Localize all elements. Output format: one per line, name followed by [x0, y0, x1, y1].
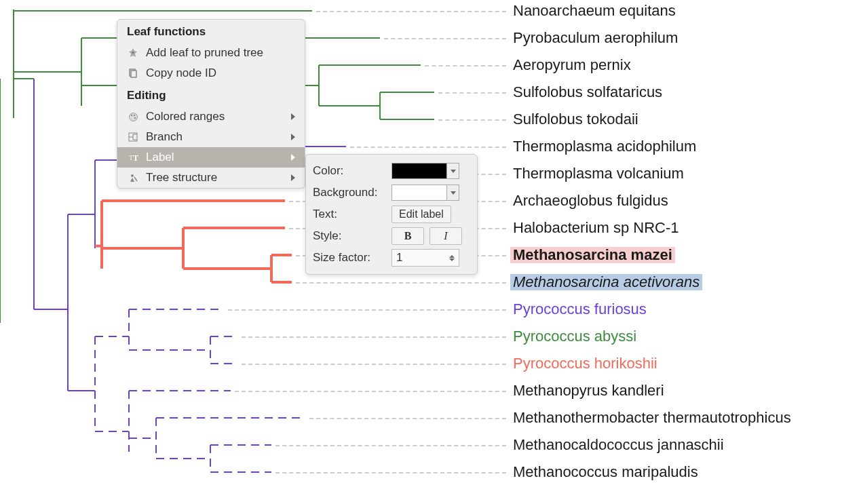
svg-point-57	[130, 114, 132, 115]
palette-icon	[127, 111, 139, 123]
leaf-label: Pyrococcus furiosus	[510, 301, 649, 317]
size-factor-label: Size factor:	[313, 251, 386, 265]
leaf-label: Methanothermobacter thermautotrophicus	[510, 410, 794, 426]
ctx-tree-structure-label: Tree structure	[146, 171, 284, 185]
color-picker[interactable]	[392, 163, 459, 179]
leaf-row[interactable]: Methanosarcina mazei	[510, 246, 675, 265]
leaf-row[interactable]: Pyrococcus horikoshii	[510, 354, 660, 373]
leaf-row[interactable]: Methanocaldococcus jannaschii	[510, 435, 727, 454]
leaf-row[interactable]: Sulfolobus tokodaii	[510, 110, 641, 129]
leaf-label: Pyrobaculum aerophilum	[510, 30, 681, 46]
branch-icon	[127, 131, 139, 143]
leaf-label: Aeropyrum pernix	[510, 57, 634, 73]
leaf-label: Methanopyrus kandleri	[510, 383, 667, 399]
leaf-label: Archaeoglobus fulgidus	[510, 193, 671, 209]
background-swatch	[392, 185, 446, 200]
svg-text:T: T	[133, 153, 138, 162]
svg-point-56	[129, 113, 137, 121]
context-menu: Leaf functions + Add leaf to pruned tree…	[117, 19, 305, 189]
background-label: Background:	[313, 186, 386, 199]
leaf-row[interactable]: Thermoplasma acidophilum	[510, 137, 699, 156]
ctx-add-leaf[interactable]: + Add leaf to pruned tree	[117, 43, 305, 63]
leaf-row[interactable]: Halobacterium sp NRC-1	[510, 218, 682, 237]
bold-button[interactable]: B	[392, 227, 424, 245]
italic-button[interactable]: I	[430, 227, 462, 245]
ctx-colored-ranges-label: Colored ranges	[146, 110, 284, 123]
ctx-copy-id[interactable]: Copy node ID	[117, 63, 305, 83]
leaf-label: Pyrococcus horikoshii	[510, 355, 660, 372]
chevron-right-icon	[291, 154, 295, 161]
edit-label-button[interactable]: Edit label	[392, 206, 451, 223]
leaf-label: Methanosarcina mazei	[510, 247, 675, 263]
ctx-add-leaf-label: Add leaf to pruned tree	[146, 46, 295, 60]
worker-icon	[127, 172, 139, 184]
ctx-colored-ranges[interactable]: Colored ranges	[117, 106, 305, 127]
label-subpanel: Color: Background: Text: Edit label Styl…	[305, 154, 478, 275]
leaf-row[interactable]: Sulfolobus solfataricus	[510, 83, 665, 102]
leaf-row[interactable]: Thermoplasma volcanium	[510, 164, 687, 183]
ctx-copy-id-label: Copy node ID	[146, 66, 295, 80]
leaf-row[interactable]: Archaeoglobus fulgidus	[510, 191, 671, 210]
svg-point-67	[131, 174, 134, 177]
leaf-row[interactable]: Pyrobaculum aerophilum	[510, 28, 681, 47]
svg-text:+: +	[132, 50, 135, 56]
leaf-label: Halobacterium sp NRC-1	[510, 220, 682, 236]
leaf-label: Methanocaldococcus jannaschii	[510, 437, 727, 453]
leaf-row[interactable]: Pyrococcus furiosus	[510, 300, 649, 319]
ctx-header-editing: Editing	[117, 83, 305, 106]
size-factor-value: 1	[396, 251, 402, 265]
leaf-row[interactable]: Methanothermobacter thermautotrophicus	[510, 408, 794, 427]
leaf-row[interactable]: Pyrococcus abyssi	[510, 327, 639, 346]
style-label: Style:	[313, 229, 386, 243]
leaf-label: Nanoarchaeum equitans	[510, 3, 679, 19]
size-factor-input[interactable]: 1	[392, 249, 459, 267]
background-picker[interactable]	[392, 185, 459, 201]
spinner-icon	[449, 255, 455, 261]
text-icon: TT	[127, 151, 139, 163]
color-label: Color:	[313, 164, 386, 178]
ctx-tree-structure[interactable]: Tree structure	[117, 168, 305, 188]
svg-rect-55	[131, 71, 136, 77]
svg-line-68	[134, 177, 137, 181]
leaf-row[interactable]: Methanococcus maripaludis	[510, 463, 701, 482]
leaf-label: Sulfolobus tokodaii	[510, 111, 641, 128]
chevron-right-icon	[291, 113, 295, 120]
leaf-label: Thermoplasma acidophilum	[510, 138, 699, 155]
ctx-label[interactable]: TT Label	[117, 147, 305, 168]
leaf-row[interactable]: Methanopyrus kandleri	[510, 381, 667, 400]
leaf-label: Methanococcus maripaludis	[510, 464, 701, 480]
ctx-branch-label: Branch	[146, 130, 284, 144]
copy-icon	[127, 67, 139, 79]
leaf-label: Sulfolobus solfataricus	[510, 84, 665, 100]
chevron-right-icon	[291, 134, 295, 140]
plus-icon: +	[127, 47, 139, 59]
leaf-row[interactable]: Methanosarcina acetivorans	[510, 273, 702, 292]
leaf-label: Thermoplasma volcanium	[510, 166, 687, 182]
color-swatch	[392, 163, 446, 178]
ctx-label-label: Label	[146, 151, 284, 164]
leaf-row[interactable]: Aeropyrum pernix	[510, 56, 634, 75]
ctx-header-leaf: Leaf functions	[117, 20, 305, 43]
ctx-branch[interactable]: Branch	[117, 127, 305, 147]
leaf-label: Methanosarcina acetivorans	[510, 274, 702, 290]
dropdown-icon	[446, 185, 459, 200]
dropdown-icon	[446, 163, 459, 178]
leaf-label: Pyrococcus abyssi	[510, 328, 639, 345]
text-label: Text:	[313, 208, 386, 221]
svg-point-59	[134, 117, 135, 118]
chevron-right-icon	[291, 174, 295, 181]
leaf-row[interactable]: Nanoarchaeum equitans	[510, 1, 679, 20]
svg-point-58	[133, 114, 134, 115]
